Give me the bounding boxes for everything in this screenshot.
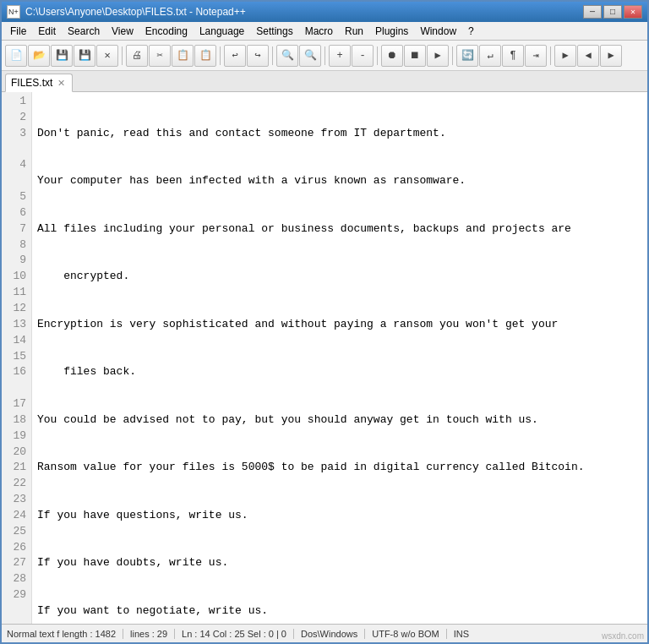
tb-wrap[interactable]: ↵ bbox=[479, 45, 501, 67]
tb-save[interactable]: 💾 bbox=[51, 45, 73, 67]
line-7: If you have questions, write us. bbox=[37, 508, 642, 524]
tb-save-all[interactable]: 💾 bbox=[74, 45, 95, 67]
tb-macro-play[interactable]: ▶ bbox=[427, 45, 449, 67]
maximize-button[interactable]: □ bbox=[603, 5, 622, 19]
close-button[interactable]: ✕ bbox=[624, 5, 642, 19]
menu-settings[interactable]: Settings bbox=[251, 24, 297, 39]
line-9: If you want to negotiate, write us. bbox=[37, 603, 642, 619]
line-5: You could be advised not to pay, but you… bbox=[37, 412, 642, 428]
tb-close[interactable]: ✕ bbox=[96, 45, 118, 67]
line-1: Don't panic, read this and contact someo… bbox=[37, 126, 642, 142]
tb-run[interactable]: ▶ bbox=[554, 45, 576, 67]
line-numbers: 1 2 3 4 5 6 7 8 9 10 11 12 13 14 15 16 1… bbox=[2, 92, 32, 624]
editor-area[interactable]: 1 2 3 4 5 6 7 8 9 10 11 12 13 14 15 16 1… bbox=[2, 92, 647, 624]
tb-undo[interactable]: ↩ bbox=[224, 45, 246, 67]
menu-encoding[interactable]: Encoding bbox=[140, 24, 193, 39]
line-3b: encrypted. bbox=[37, 269, 642, 285]
main-window: N+ C:\Users\Anyone\Desktop\FILES.txt - N… bbox=[0, 0, 649, 644]
tb-all-chars[interactable]: ¶ bbox=[502, 45, 524, 67]
tb-paste[interactable]: 📋 bbox=[194, 45, 216, 67]
menu-window[interactable]: Window bbox=[415, 24, 461, 39]
menu-file[interactable]: File bbox=[5, 24, 31, 39]
line-3: All files including your personal or bus… bbox=[37, 221, 642, 237]
tb-macro-rec[interactable]: ⏺ bbox=[381, 45, 403, 67]
tb-sep-1 bbox=[122, 46, 123, 65]
watermark: wsxdn.com bbox=[602, 631, 644, 641]
status-position: Ln : 14 Col : 25 Sel : 0 | 0 bbox=[175, 629, 294, 639]
minimize-button[interactable]: ─ bbox=[583, 5, 602, 19]
menu-run[interactable]: Run bbox=[340, 24, 368, 39]
tb-sep-5 bbox=[377, 46, 378, 65]
menu-plugins[interactable]: Plugins bbox=[370, 24, 413, 39]
line-4: Encryption is very sophisticated and wit… bbox=[37, 317, 642, 333]
tab-bar: FILES.txt ✕ bbox=[2, 71, 647, 92]
tb-launch-right[interactable]: ▶ bbox=[600, 45, 622, 67]
tb-sep-7 bbox=[550, 46, 551, 65]
line-4b: files back. bbox=[37, 364, 642, 380]
status-lines: lines : 29 bbox=[123, 629, 175, 639]
tab-files-txt[interactable]: FILES.txt ✕ bbox=[5, 74, 73, 92]
tab-close-icon[interactable]: ✕ bbox=[57, 78, 65, 89]
tb-redo[interactable]: ↪ bbox=[247, 45, 269, 67]
app-icon: N+ bbox=[7, 5, 20, 19]
tb-find[interactable]: 🔍 bbox=[276, 45, 298, 67]
tb-cut[interactable]: ✂ bbox=[149, 45, 171, 67]
tb-copy[interactable]: 📋 bbox=[172, 45, 194, 67]
tb-indent[interactable]: ⇥ bbox=[525, 45, 547, 67]
menu-edit[interactable]: Edit bbox=[33, 24, 61, 39]
tb-launch-left[interactable]: ◀ bbox=[577, 45, 599, 67]
tab-label: FILES.txt bbox=[11, 77, 52, 89]
status-encoding: UTF-8 w/o BOM bbox=[365, 629, 446, 639]
line-8: If you have doubts, write us. bbox=[37, 555, 642, 571]
line-2: Your computer has been infected with a v… bbox=[37, 173, 642, 189]
toolbar: 📄 📂 💾 💾 ✕ 🖨 ✂ 📋 📋 ↩ ↪ 🔍 🔍 + - ⏺ ⏹ ▶ 🔄 ↵ … bbox=[2, 41, 647, 71]
tb-sep-4 bbox=[324, 46, 325, 65]
tb-sep-2 bbox=[220, 46, 221, 65]
tb-sep-3 bbox=[272, 46, 273, 65]
status-ins: INS bbox=[447, 629, 476, 639]
tb-print[interactable]: 🖨 bbox=[126, 45, 148, 67]
title-bar-left: N+ C:\Users\Anyone\Desktop\FILES.txt - N… bbox=[7, 5, 246, 19]
tb-zoom-out[interactable]: - bbox=[352, 45, 374, 67]
menu-view[interactable]: View bbox=[106, 24, 139, 39]
tb-macro-stop[interactable]: ⏹ bbox=[404, 45, 426, 67]
tb-sep-6 bbox=[452, 46, 453, 65]
tb-zoom-in[interactable]: + bbox=[329, 45, 351, 67]
menu-bar: File Edit Search View Encoding Language … bbox=[2, 22, 647, 41]
tb-replace[interactable]: 🔍 bbox=[299, 45, 321, 67]
status-length: Normal text f length : 1482 bbox=[7, 629, 123, 639]
title-bar-controls: ─ □ ✕ bbox=[583, 5, 642, 19]
menu-help[interactable]: ? bbox=[463, 24, 479, 39]
line-6: Ransom value for your files is 5000$ to … bbox=[37, 460, 642, 476]
tb-new[interactable]: 📄 bbox=[5, 45, 27, 67]
editor-content[interactable]: Don't panic, read this and contact someo… bbox=[32, 92, 647, 624]
menu-language[interactable]: Language bbox=[194, 24, 249, 39]
window-title: C:\Users\Anyone\Desktop\FILES.txt - Note… bbox=[25, 6, 246, 18]
status-eol: Dos\Windows bbox=[294, 629, 365, 639]
menu-macro[interactable]: Macro bbox=[300, 24, 338, 39]
status-bar: Normal text f length : 1482 lines : 29 L… bbox=[2, 624, 647, 642]
title-bar: N+ C:\Users\Anyone\Desktop\FILES.txt - N… bbox=[2, 2, 647, 22]
tb-sync[interactable]: 🔄 bbox=[456, 45, 478, 67]
menu-search[interactable]: Search bbox=[63, 24, 105, 39]
tb-open[interactable]: 📂 bbox=[28, 45, 50, 67]
